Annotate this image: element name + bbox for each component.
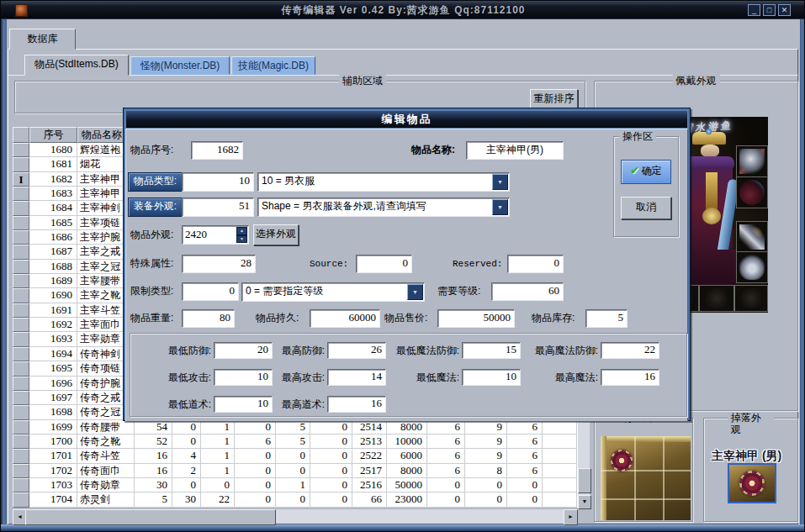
cell-value[interactable]: 6 (427, 464, 465, 478)
equip-shape-combo[interactable]: Shape = 男衣服装备外观,请查询填写 ▼ (257, 198, 510, 217)
row-gutter-cell[interactable] (13, 478, 29, 492)
cell-value[interactable]: 0 (310, 492, 352, 507)
minimize-button[interactable]: _ (748, 4, 760, 16)
table-row[interactable]: 1699传奇腰带540105025148000696 (13, 420, 578, 435)
cell-index[interactable]: 1701 (29, 449, 77, 463)
price-input[interactable]: 50000 (437, 309, 515, 328)
cell-value[interactable]: 0 (235, 478, 276, 492)
cell-value[interactable]: 6000 (387, 449, 427, 463)
cell-value[interactable]: 6 (507, 435, 543, 449)
cell-item-name[interactable]: 赤灵剑 (77, 492, 135, 507)
row-gutter-cell[interactable] (13, 435, 29, 449)
cell-value[interactable]: 4 (172, 449, 201, 463)
header-cell[interactable] (13, 127, 29, 143)
cell-value[interactable]: 0 (172, 478, 201, 492)
horizontal-scrollbar[interactable]: ◄ ► (13, 509, 578, 524)
row-gutter-cell[interactable] (13, 245, 29, 259)
item-no-input[interactable]: 1682 (191, 141, 243, 160)
cell-index[interactable]: 1686 (29, 230, 77, 245)
cell-value[interactable]: 9 (465, 420, 507, 435)
spin-down-icon[interactable]: ▼ (236, 235, 247, 244)
cell-value[interactable]: 6 (507, 449, 543, 463)
reorder-button[interactable]: 重新排序 (530, 89, 578, 108)
cell-value[interactable]: 0 (235, 492, 276, 507)
row-gutter-cell[interactable] (13, 187, 29, 201)
cell-value[interactable]: 9 (465, 435, 507, 449)
cell-index[interactable]: 1691 (29, 303, 77, 318)
cell-value[interactable]: 9 (465, 449, 507, 463)
cell-value[interactable]: 0 (276, 464, 310, 478)
row-gutter-cell[interactable] (13, 201, 29, 215)
cell-value[interactable]: 0 (310, 478, 352, 492)
row-gutter-cell[interactable] (13, 332, 29, 346)
cell-value[interactable]: 0 (276, 449, 310, 463)
cell-value[interactable]: 16 (135, 449, 172, 463)
cell-value[interactable]: 0 (201, 478, 235, 492)
stock-input[interactable]: 5 (585, 309, 628, 328)
horizontal-scroll-thumb[interactable] (25, 509, 276, 525)
row-gutter-cell[interactable] (13, 318, 29, 332)
cell-index[interactable]: 1683 (29, 187, 77, 201)
chevron-down-icon[interactable]: ▼ (407, 284, 423, 300)
stat-input[interactable]: 22 (601, 342, 659, 359)
spin-up-icon[interactable]: ▲ (236, 227, 247, 235)
table-row[interactable]: 1700传奇之靴5201650251310000696 (13, 435, 578, 449)
cell-value[interactable]: 0 (507, 478, 543, 492)
cell-value[interactable]: 50000 (387, 478, 427, 492)
row-gutter-cell[interactable] (13, 464, 29, 478)
cell-index[interactable]: 1689 (29, 274, 77, 288)
cell-value[interactable]: 0 (310, 464, 352, 478)
cell-index[interactable]: 1700 (29, 435, 77, 449)
cell-value[interactable] (543, 464, 577, 478)
cell-value[interactable]: 0 (507, 492, 543, 507)
table-row[interactable]: 1703传奇勋章3000010251650000000 (13, 478, 578, 492)
cell-index[interactable]: 1681 (29, 157, 77, 171)
cell-index[interactable]: 1687 (29, 245, 77, 259)
cell-index[interactable]: 1696 (29, 377, 77, 391)
row-gutter-cell[interactable] (13, 260, 29, 274)
cell-value[interactable]: 0 (427, 492, 465, 507)
cell-index[interactable]: 1685 (29, 216, 77, 230)
cell-value[interactable]: 1 (201, 435, 235, 449)
tab-database[interactable]: 数据库 (9, 29, 76, 50)
cell-index[interactable]: 1690 (29, 288, 77, 303)
cell-value[interactable]: 0 (310, 449, 352, 463)
equip-shape-input[interactable]: 51 (182, 198, 254, 217)
maximize-button[interactable]: □ (763, 4, 776, 16)
row-gutter-cell[interactable] (13, 303, 29, 318)
cell-value[interactable]: 6 (235, 435, 276, 449)
cell-value[interactable]: 2517 (352, 464, 387, 478)
row-gutter-cell[interactable] (13, 361, 29, 376)
cell-item-name[interactable]: 传奇腰带 (77, 420, 135, 435)
cell-value[interactable]: 2 (172, 464, 201, 478)
cell-index[interactable]: 1693 (29, 332, 77, 346)
row-gutter-cell[interactable] (13, 347, 29, 361)
cell-value[interactable]: 8000 (387, 464, 427, 478)
cell-value[interactable]: 0 (465, 492, 507, 507)
cell-value[interactable] (543, 449, 577, 463)
table-row[interactable]: 1702传奇面巾162100025178000686 (13, 464, 578, 478)
row-gutter-cell[interactable] (13, 449, 29, 463)
item-type-combo[interactable]: 10 = 男衣服 ▼ (257, 172, 510, 192)
source-input[interactable]: 0 (356, 255, 412, 273)
cell-value[interactable]: 2513 (352, 435, 387, 449)
cell-value[interactable]: 30 (172, 492, 201, 507)
cell-index[interactable]: 1698 (29, 405, 77, 419)
cell-value[interactable]: 6 (507, 464, 543, 478)
cell-value[interactable]: 6 (507, 420, 543, 435)
reserved-input[interactable]: 0 (507, 255, 564, 273)
window-titlebar[interactable]: 传奇编辑器 Ver 0.42 By:茜求游鱼 Qq:87112100 _ □ ✕ (1, 1, 805, 19)
row-gutter-cell[interactable] (13, 492, 29, 507)
cell-value[interactable]: 1 (201, 464, 235, 478)
cell-index[interactable]: 1702 (29, 464, 77, 478)
cell-value[interactable]: 0 (172, 435, 201, 449)
cell-item-name[interactable]: 传奇面巾 (77, 464, 135, 478)
scroll-right-button[interactable]: ► (564, 509, 578, 525)
row-gutter-cell[interactable] (13, 391, 29, 405)
row-gutter-cell[interactable] (13, 230, 29, 245)
cell-value[interactable]: 6 (427, 420, 465, 435)
cell-item-name[interactable]: 传奇之靴 (77, 435, 135, 449)
cell-value[interactable]: 2516 (352, 478, 387, 492)
cell-index[interactable]: 1697 (29, 391, 77, 405)
cell-value[interactable] (543, 492, 577, 507)
